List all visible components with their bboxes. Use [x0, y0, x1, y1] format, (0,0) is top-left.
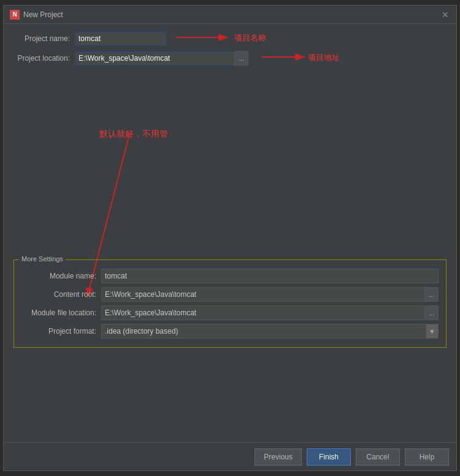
- module-file-location-browse-button[interactable]: ...: [424, 305, 439, 320]
- chevron-down-icon: ▼: [426, 324, 439, 339]
- more-settings-content: Module name: Content root: ... Module fi…: [21, 269, 439, 339]
- module-file-location-field-group: ...: [101, 305, 439, 320]
- spacer-area: 默认就好，不用管: [13, 71, 447, 255]
- module-name-input[interactable]: [101, 269, 439, 283]
- project-format-label: Project format:: [21, 327, 101, 336]
- finish-button[interactable]: Finish: [307, 448, 351, 466]
- more-settings-legend: More Settings: [19, 255, 66, 263]
- previous-button[interactable]: Previous: [255, 448, 302, 466]
- project-format-row: Project format: .idea (directory based) …: [21, 324, 439, 339]
- project-name-label: Project name:: [13, 34, 75, 43]
- close-button[interactable]: ✕: [440, 10, 450, 20]
- module-name-row: Module name:: [21, 269, 439, 283]
- project-format-select[interactable]: .idea (directory based) Eclipse (.classp…: [101, 324, 426, 339]
- project-name-annotation: 项目名称: [234, 33, 266, 44]
- project-name-arrow: [173, 30, 271, 48]
- project-name-row: Project name: 项目名称: [13, 31, 447, 46]
- project-location-label: Project location:: [13, 54, 75, 63]
- content-root-label: Content root:: [21, 290, 101, 299]
- project-location-input[interactable]: [75, 51, 234, 66]
- title-bar: N New Project ✕: [4, 6, 456, 24]
- project-location-field-group: ...: [75, 51, 447, 66]
- module-file-location-row: Module file location: ...: [21, 305, 439, 320]
- dialog-footer: Previous Finish Cancel Help: [4, 442, 456, 470]
- content-root-browse-button[interactable]: ...: [424, 287, 439, 302]
- project-location-browse-button[interactable]: ...: [234, 51, 248, 66]
- app-icon: N: [10, 10, 20, 20]
- cancel-button[interactable]: Cancel: [356, 448, 400, 466]
- more-settings-panel: More Settings Module name: Content root:…: [13, 259, 447, 348]
- dialog-title: New Project: [23, 10, 63, 19]
- content-root-field-group: ...: [101, 287, 439, 302]
- more-settings-annotation: 默认就好，不用管: [99, 129, 168, 140]
- module-file-location-input[interactable]: [101, 305, 424, 320]
- help-button[interactable]: Help: [405, 448, 449, 466]
- module-name-label: Module name:: [21, 272, 101, 280]
- content-root-row: Content root: ...: [21, 287, 439, 302]
- title-bar-left: N New Project: [10, 10, 63, 20]
- new-project-dialog: N New Project ✕ Project name: 项目名称: [3, 5, 457, 471]
- project-format-select-wrapper: .idea (directory based) Eclipse (.classp…: [101, 324, 439, 339]
- module-file-location-label: Module file location:: [21, 309, 101, 317]
- project-name-input[interactable]: [75, 31, 167, 46]
- project-location-row: Project location: ... 项目地址: [13, 51, 447, 66]
- dialog-body: Project name: 项目名称 Project location: ...: [4, 24, 456, 442]
- content-root-input[interactable]: [101, 287, 424, 302]
